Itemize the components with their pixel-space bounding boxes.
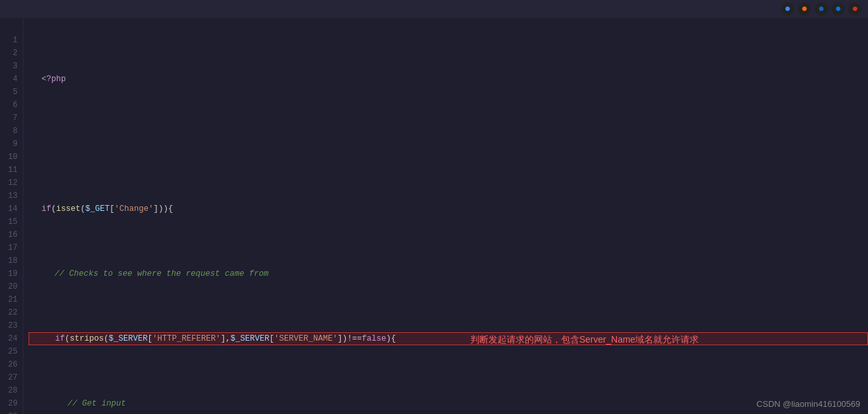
code-line-5: if( stripos( $_SERVER[ 'HTTP_REFERER' ] …	[29, 332, 868, 345]
top-bar: ● ● ● ● ●	[0, 0, 868, 18]
firefox-icon[interactable]: ●	[798, 3, 811, 16]
ie-icon[interactable]: ●	[832, 3, 845, 16]
code-area: 1 2 3 4 5 6 7 8 9 10 11 12 13 14 15 16 1…	[0, 18, 868, 414]
code-content[interactable]: <?php if( isset( $_GET[ 'Change' ] ) ) {…	[23, 18, 868, 414]
code-line-4: // Checks to see where the request came …	[29, 267, 868, 280]
chrome-icon[interactable]: ●	[781, 3, 794, 16]
editor-container: ● ● ● ● ● 1 2 3 4 5 6 7 8 9 10 11 12 13 …	[0, 0, 868, 414]
csdn-watermark: CSDN @liaomin416100569	[756, 399, 860, 409]
code-line-1: <?php	[29, 73, 868, 86]
annotation-text: 判断发起请求的网站，包含Server_Name域名就允许请求	[470, 333, 854, 346]
code-line-6: // Get input	[29, 397, 868, 410]
other-icon[interactable]: ●	[849, 3, 862, 16]
code-line-2	[29, 138, 868, 151]
line-numbers: 1 2 3 4 5 6 7 8 9 10 11 12 13 14 15 16 1…	[0, 18, 23, 414]
code-line-3: if( isset( $_GET[ 'Change' ] ) ) {	[29, 202, 868, 215]
edge-icon[interactable]: ●	[815, 3, 828, 16]
